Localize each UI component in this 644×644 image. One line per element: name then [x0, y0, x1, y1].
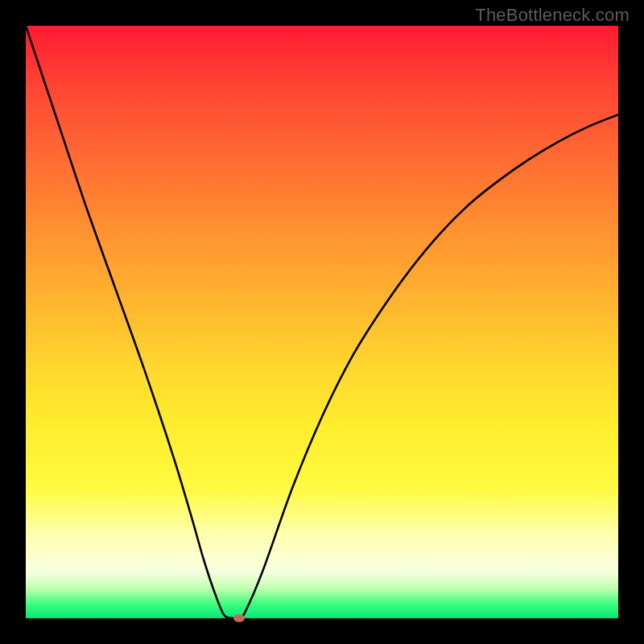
chart-frame: TheBottleneck.com	[0, 0, 644, 644]
bottleneck-curve	[26, 26, 618, 618]
plot-area	[26, 26, 618, 618]
curve-svg	[26, 26, 618, 618]
optimum-marker	[233, 614, 245, 622]
watermark-text: TheBottleneck.com	[475, 5, 630, 26]
